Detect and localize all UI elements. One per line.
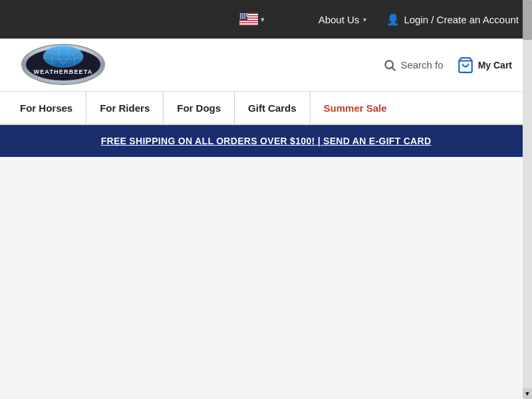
svg-point-10 — [246, 13, 247, 15]
flag-icon — [239, 13, 258, 26]
svg-point-12 — [242, 15, 243, 17]
promo-banner: FREE SHIPPING ON ALL ORDERS OVER $100! |… — [0, 125, 532, 157]
nav-item-summer-sale[interactable]: Summer Sale — [311, 91, 400, 124]
banner-separator: | — [318, 136, 323, 146]
site-logo[interactable]: WEATHERBEETA — [20, 43, 106, 86]
about-us-chevron: ▾ — [363, 16, 366, 23]
svg-point-22 — [386, 61, 394, 68]
logo-svg: WEATHERBEETA — [20, 43, 106, 86]
login-create-account-link[interactable]: 👤 Login / Create an Account — [386, 13, 519, 26]
svg-point-8 — [242, 13, 243, 15]
site-header: WEATHERBEETA Search fo My Cart — [0, 39, 532, 92]
search-icon — [383, 59, 396, 72]
main-content — [0, 157, 532, 399]
svg-point-17 — [244, 17, 245, 19]
nav-item-gift-cards[interactable]: Gift Cards — [235, 91, 311, 124]
scrollbar-thumb[interactable] — [523, 0, 532, 40]
about-us-menu[interactable]: About Us ▾ — [319, 14, 367, 25]
header-right: Search fo My Cart — [383, 57, 512, 74]
top-bar: ▾ About Us ▾ 👤 Login / Create an Account — [0, 0, 532, 39]
login-label: Login / Create an Account — [404, 14, 519, 25]
svg-point-16 — [242, 17, 243, 19]
banner-shipping-text: FREE SHIPPING ON ALL ORDERS OVER $100! — [101, 136, 315, 146]
svg-rect-4 — [239, 21, 258, 23]
cart-button[interactable]: My Cart — [457, 57, 512, 74]
logo-wrap: WEATHERBEETA — [20, 43, 106, 86]
svg-point-14 — [246, 15, 247, 17]
about-us-label: About Us — [319, 14, 360, 25]
svg-line-23 — [392, 67, 396, 70]
search-label: Search fo — [400, 59, 443, 70]
search-bar[interactable]: Search fo — [383, 59, 443, 72]
scrollbar: ▲ ▼ — [523, 0, 532, 399]
svg-text:WEATHERBEETA: WEATHERBEETA — [33, 68, 92, 75]
flag-dropdown-arrow[interactable]: ▾ — [261, 15, 265, 24]
nav-item-for-riders[interactable]: For Riders — [86, 91, 164, 124]
nav-items-list: For Horses For Riders For Dogs Gift Card… — [20, 91, 400, 124]
nav-item-for-dogs[interactable]: For Dogs — [164, 91, 235, 124]
svg-rect-5 — [239, 23, 258, 25]
svg-point-13 — [244, 15, 245, 17]
country-selector[interactable]: ▾ — [239, 13, 265, 26]
main-nav: For Horses For Riders For Dogs Gift Card… — [0, 92, 532, 125]
cart-icon — [457, 57, 474, 74]
banner-gift-card-text: SEND AN E-GIFT CARD — [323, 136, 431, 146]
nav-item-for-horses[interactable]: For Horses — [20, 91, 86, 124]
banner-text[interactable]: FREE SHIPPING ON ALL ORDERS OVER $100! |… — [101, 136, 432, 146]
svg-point-9 — [244, 13, 245, 15]
svg-point-15 — [240, 17, 241, 19]
scrollbar-down-arrow[interactable]: ▼ — [523, 388, 532, 399]
svg-point-7 — [240, 13, 241, 15]
top-bar-left: ▾ — [239, 13, 265, 26]
svg-point-11 — [240, 15, 241, 17]
user-icon: 👤 — [386, 13, 400, 26]
svg-point-20 — [43, 46, 83, 67]
cart-label: My Cart — [478, 60, 512, 70]
